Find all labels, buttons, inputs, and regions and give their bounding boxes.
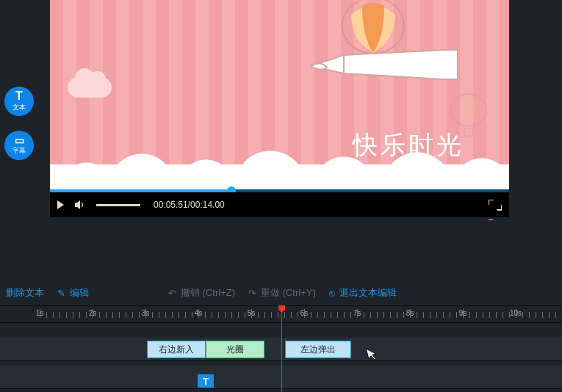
edit-toolbar: 删除文本 ✎编辑 ↶撤销 (Ctrl+Z) ↷重做 (Ctrl+Y) ⎋退出文本… <box>0 282 562 304</box>
exit-icon: ⎋ <box>329 288 335 299</box>
text-icon: T <box>15 90 23 102</box>
timecode-display: 00:05.51/00:14.00 <box>154 200 225 210</box>
svg-rect-3 <box>464 128 473 136</box>
text-tool-label: 文本 <box>12 103 26 112</box>
fullscreen-button[interactable] <box>489 200 502 210</box>
play-button[interactable] <box>57 200 64 209</box>
timeline-clip[interactable]: 左边弹出 <box>285 341 351 358</box>
volume-slider[interactable] <box>96 204 140 206</box>
balloon-decoration <box>311 0 458 125</box>
edit-button[interactable]: ✎编辑 <box>57 286 89 300</box>
player-controls: 00:05.51/00:14.00 <box>50 192 509 217</box>
delete-text-button[interactable]: 删除文本 <box>6 286 44 300</box>
video-preview: 快乐时光 00:05.51/00:14.00 <box>50 0 509 217</box>
undo-button[interactable]: ↶撤销 (Ctrl+Z) <box>168 286 235 300</box>
subtitle-tool-button[interactable]: ▭ 字幕 <box>4 131 34 160</box>
exit-text-edit-button[interactable]: ⎋退出文本编辑 <box>329 286 397 300</box>
redo-icon: ↷ <box>248 288 256 299</box>
volume-button[interactable] <box>74 200 86 210</box>
edit-icon: ✎ <box>57 288 65 299</box>
playhead[interactable] <box>281 305 282 392</box>
text-marker[interactable]: T <box>198 374 214 388</box>
subtitle-tool-label: 字幕 <box>12 146 26 156</box>
svg-line-5 <box>473 124 476 128</box>
undo-icon: ↶ <box>168 288 176 299</box>
timeline-clip[interactable]: 光圈 <box>206 341 264 358</box>
redo-button[interactable]: ↷重做 (Ctrl+Y) <box>248 286 316 300</box>
subtitle-icon: ▭ <box>15 135 24 145</box>
cloud-decoration <box>68 77 112 98</box>
text-tool-button[interactable]: T 文本 <box>4 87 34 116</box>
sidebar: T 文本 ▭ 字幕 <box>4 87 34 160</box>
timeline-clip[interactable]: 右边新入 <box>147 341 206 358</box>
